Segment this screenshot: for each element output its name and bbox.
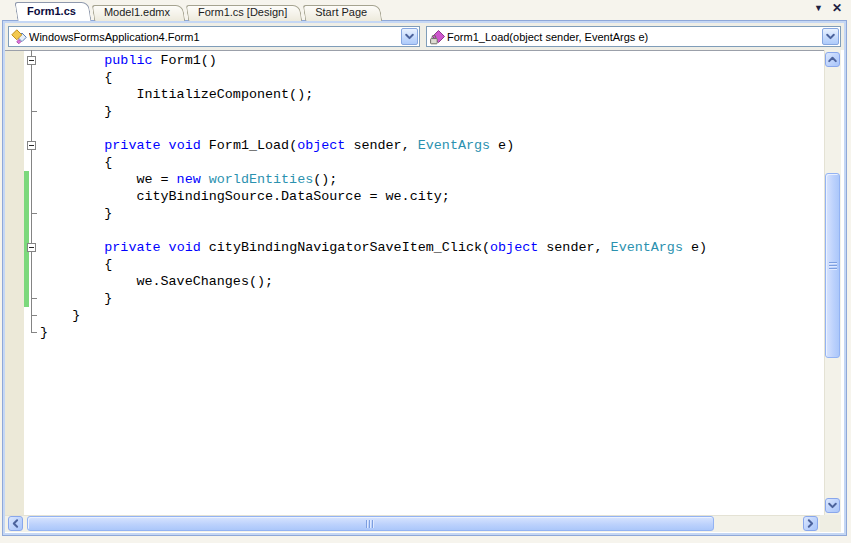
fold-collapse-icon[interactable] [27, 56, 36, 65]
fold-margin [5, 50, 45, 515]
code-line[interactable]: } [40, 205, 707, 222]
thumb-grip [366, 520, 375, 528]
close-icon[interactable]: ✕ [832, 2, 842, 14]
members-combobox-value: Form1_Load(object sender, EventArgs e) [447, 30, 840, 43]
scrollbar-corner [820, 515, 841, 532]
fold-end-tick [32, 298, 37, 299]
editor-top-divider [5, 50, 824, 51]
code-editor-window: Form1.csModel1.edmxForm1.cs [Design]Star… [0, 0, 851, 543]
horizontal-scrollbar-thumb[interactable] [27, 516, 714, 531]
types-combobox-value: WindowsFormsApplication4.Form1 [29, 30, 419, 43]
minus-glyph [29, 247, 34, 248]
horizontal-scrollbar[interactable] [5, 515, 820, 532]
class-icon [11, 29, 27, 45]
fold-end-tick [32, 111, 37, 112]
navigation-bar: WindowsFormsApplication4.Form1 Form1_Loa… [5, 23, 844, 50]
code-line[interactable]: private void cityBindingNavigatorSaveIte… [40, 239, 707, 256]
fold-end-tick [32, 315, 37, 316]
scroll-left-button[interactable] [8, 516, 23, 531]
code-line[interactable] [40, 222, 707, 239]
tab-label: Model1.edmx [104, 6, 170, 18]
minus-glyph [29, 145, 34, 146]
window-menu-icon[interactable]: ▼ [814, 2, 823, 14]
chevron-down-icon [404, 32, 415, 41]
code-line[interactable]: we.SaveChanges(); [40, 273, 707, 290]
code-line[interactable]: { [40, 154, 707, 171]
code-line[interactable]: public Form1() [40, 52, 707, 69]
scroll-right-button[interactable] [803, 516, 818, 531]
code-line[interactable] [40, 120, 707, 137]
members-combobox[interactable]: Form1_Load(object sender, EventArgs e) [426, 26, 841, 47]
types-combobox[interactable]: WindowsFormsApplication4.Form1 [8, 26, 420, 47]
tab-model1-edmx[interactable]: Model1.edmx [93, 5, 184, 21]
tab-form1-cs-design[interactable]: Form1.cs [Design] [187, 5, 301, 21]
code-line[interactable]: } [40, 103, 707, 120]
code-line[interactable]: we = new worldEntities(); [40, 171, 707, 188]
vertical-scrollbar[interactable] [824, 50, 841, 515]
code-editor[interactable]: public Form1() { InitializeComponent(); … [5, 50, 824, 515]
code-line[interactable]: InitializeComponent(); [40, 86, 707, 103]
code-lines: public Form1() { InitializeComponent(); … [40, 52, 707, 341]
tab-label: Start Page [315, 6, 367, 18]
code-line[interactable]: } [40, 324, 707, 341]
tab-start-page[interactable]: Start Page [304, 5, 381, 21]
fold-line [31, 50, 32, 333]
scroll-down-button[interactable] [825, 498, 840, 513]
tab-list: Form1.csModel1.edmxForm1.cs [Design]Star… [16, 2, 381, 21]
code-line[interactable]: } [40, 307, 707, 324]
chevron-right-icon [806, 518, 815, 529]
vertical-scrollbar-thumb[interactable] [825, 173, 840, 358]
method-private-icon [429, 29, 445, 45]
scroll-up-button[interactable] [825, 52, 840, 67]
tab-label: Form1.cs [Design] [198, 6, 287, 18]
document-tab-bar: Form1.csModel1.edmxForm1.cs [Design]Star… [0, 0, 851, 21]
tab-label: Form1.cs [27, 5, 76, 17]
types-combobox-dropdown-button[interactable] [401, 28, 418, 45]
tab-form1-cs[interactable]: Form1.cs [16, 2, 90, 21]
chevron-down-icon [827, 501, 838, 510]
chevron-left-icon [11, 518, 20, 529]
window-buttons: ▼ ✕ [814, 2, 842, 14]
thumb-grip [829, 262, 837, 270]
code-line[interactable]: { [40, 69, 707, 86]
fold-collapse-icon[interactable] [27, 141, 36, 150]
chevron-up-icon [827, 55, 838, 64]
chevron-down-icon [825, 32, 836, 41]
members-combobox-dropdown-button[interactable] [822, 28, 839, 45]
fold-end-tick [32, 213, 37, 214]
code-line[interactable]: private void Form1_Load(object sender, E… [40, 137, 707, 154]
fold-collapse-icon[interactable] [27, 243, 36, 252]
code-line[interactable]: cityBindingSource.DataSource = we.city; [40, 188, 707, 205]
minus-glyph [29, 60, 34, 61]
code-line[interactable]: } [40, 290, 707, 307]
fold-end-tick [32, 332, 37, 333]
code-line[interactable]: { [40, 256, 707, 273]
